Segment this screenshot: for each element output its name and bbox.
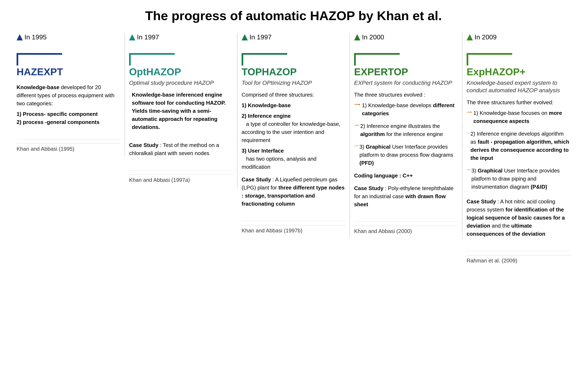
content-3-ui: 3) User Interface has two options, analy…	[242, 147, 345, 171]
content-block-1: HAZEXPT Knowledge-base developed for 20 …	[16, 66, 120, 129]
svg-marker-5	[359, 104, 360, 105]
content-4-ui: 3) Graphical User Interface provides pla…	[360, 143, 458, 167]
svg-marker-3	[242, 34, 248, 40]
tool-subtitle-2: Optimal study procedure HAZOP	[129, 79, 233, 87]
year-label-5: In 2009	[475, 33, 497, 41]
content-3-ie: 2) Inference engine a type of controller…	[242, 112, 345, 144]
arrow-svg-5b	[467, 130, 469, 136]
content-2-main: Knowledge-base inferenced engine softwar…	[132, 91, 233, 131]
content-5-intro: The three structures further evolved:	[467, 98, 571, 106]
arrow-svg-2	[129, 91, 132, 101]
citation-text-5: Rahman et al. (2009)	[467, 255, 571, 264]
content-4-kb: 1) Knowledge-base develops different cat…	[362, 101, 458, 118]
content-4-intro: The three structures evolved :	[354, 91, 458, 99]
svg-marker-0	[16, 34, 23, 40]
column-tophazop: In 1997 TOPHAZOP Tool for OPtimizing HAZ…	[237, 33, 350, 238]
case-study-5: Case Study : A hot nitric acid cooling p…	[467, 198, 571, 240]
citation-text-4: Khan and Abbasi (2000)	[354, 226, 458, 234]
column-expertop: In 2000 EXPERTOP EXPert system for condu…	[350, 33, 463, 238]
citation-5: Rahman et al. (2009)	[467, 247, 571, 264]
bracket-svg-4	[354, 53, 400, 66]
year-label-1: In 1995	[24, 33, 47, 41]
tool-name-1: HAZEXPT	[16, 66, 120, 78]
svg-marker-6	[358, 124, 359, 126]
tool-subtitle-3: Tool for OPtimizing HAZOP	[242, 79, 345, 87]
year-area-5: In 2009	[467, 33, 571, 52]
bracket-svg-1	[16, 53, 62, 66]
triangle-icon-5	[467, 34, 473, 40]
year-area-1: In 1995	[16, 33, 120, 52]
arrow-svg-5c	[467, 167, 470, 173]
bracket-svg-3	[242, 53, 287, 66]
tool-subtitle-4: EXPert system for conducting HAZOP	[354, 79, 458, 87]
svg-marker-1	[129, 34, 135, 40]
content-block-2: OptHAZOP Optimal study procedure HAZOP K…	[129, 66, 233, 137]
content-5-ie: 2) Inference engine develops algorithm a…	[471, 130, 571, 162]
svg-marker-7	[357, 146, 358, 146]
case-study-4: Case Study : Poly-ethylene terephthalate…	[354, 184, 458, 211]
svg-marker-9	[471, 111, 472, 113]
column-hazexpt: In 1995 HAZEXPT Knowledge-base developed…	[12, 33, 125, 156]
svg-marker-10	[469, 132, 469, 133]
case-text-3: Case Study : A Liquefied petroleum gas (…	[242, 176, 345, 208]
triangle-icon-2	[129, 34, 135, 40]
svg-marker-4	[354, 34, 360, 40]
citation-1: Khan and Abbasi (1995)	[16, 135, 120, 152]
year-label-2: In 1997	[137, 33, 159, 41]
year-area-4: In 2000	[354, 33, 458, 52]
triangle-icon-3	[242, 34, 248, 40]
arrow-svg-4c	[354, 143, 358, 149]
timeline-container: In 1995 HAZEXPT Knowledge-base developed…	[12, 33, 575, 268]
content-3-kb: 1) Knowledge-base	[242, 101, 345, 110]
content-5-kb: 1) Knowledge-base focuses on more conseq…	[474, 109, 571, 125]
content-4-code: Coding language : C++	[354, 172, 458, 180]
tool-subtitle-5: Knowledge-based expert system to conduct…	[467, 79, 571, 94]
content-1-intro: Knowledge-base developed for 20 differen…	[16, 83, 120, 108]
content-block-3: TOPHAZOP Tool for OPtimizing HAZOP Compr…	[242, 66, 345, 174]
triangle-icon-4	[354, 34, 360, 40]
citation-text-3: Khan and Abbasi (1997b)	[242, 225, 345, 234]
case-study-2: Case Study : Test of the method on a chl…	[129, 141, 233, 160]
column-opthazop: In 1997 OptHAZOP Optimal study procedure…	[125, 33, 237, 188]
year-label-3: In 1997	[249, 33, 272, 41]
svg-marker-11	[469, 169, 470, 170]
citation-3: Khan and Abbasi (1997b)	[242, 217, 345, 234]
content-3-intro: Comprised of three structures:	[242, 91, 345, 99]
citation-2: Khan and Abbasi (1997a)	[129, 166, 233, 183]
page-title: The progress of automatic HAZOP by Khan …	[12, 8, 575, 23]
arrow-svg-5a	[467, 109, 472, 115]
tool-name-5: ExpHAZOP+	[467, 66, 571, 78]
citation-text-1: Khan and Abbasi (1995)	[16, 144, 120, 152]
case-study-3: Case Study : A Liquefied petroleum gas (…	[242, 176, 345, 210]
content-1-list: 1) Process- specific component 2) proces…	[16, 110, 120, 126]
case-text-2: Case Study : Test of the method on a chl…	[129, 141, 233, 157]
citation-text-2: Khan and Abbasi (1997a)	[129, 174, 233, 183]
case-text-5: Case Study : A hot nitric acid cooling p…	[467, 198, 571, 238]
year-label-4: In 2000	[362, 33, 384, 41]
case-text-4: Case Study : Poly-ethylene terephthalate…	[354, 184, 458, 208]
bracket-svg-2	[129, 53, 175, 66]
content-4-ie: 2) Inference engine illustrates the algo…	[360, 122, 458, 138]
arrow-svg-4a	[354, 101, 361, 108]
content-block-4: EXPERTOP EXPert system for conducting HA…	[354, 66, 458, 182]
content-block-5: ExpHAZOP+ Knowledge-based expert system …	[467, 66, 571, 196]
year-area-2: In 1997	[129, 33, 233, 52]
bracket-svg-5	[467, 53, 512, 66]
arrow-svg-4b	[354, 122, 359, 128]
citation-4: Khan and Abbasi (2000)	[354, 217, 458, 234]
triangle-icon-1	[16, 34, 23, 40]
tool-name-3: TOPHAZOP	[242, 66, 345, 78]
svg-marker-8	[467, 34, 473, 40]
content-5-ui: 3) Graphical User Interface provides pla…	[471, 167, 571, 191]
year-area-3: In 1997	[242, 33, 345, 52]
column-exphazopplus: In 2009 ExpHAZOP+ Knowledge-based expert…	[463, 33, 575, 268]
tool-name-4: EXPERTOP	[354, 66, 458, 78]
tool-name-2: OptHAZOP	[129, 66, 233, 78]
